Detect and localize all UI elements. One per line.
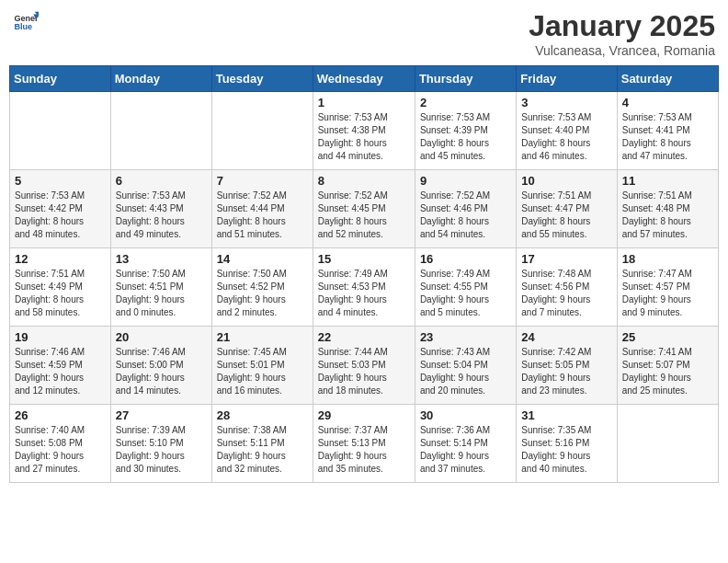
- day-number: 9: [420, 174, 511, 188]
- table-cell: 18Sunrise: 7:47 AM Sunset: 4:57 PM Dayli…: [617, 248, 718, 327]
- day-number: 8: [318, 174, 410, 188]
- table-cell: 31Sunrise: 7:35 AM Sunset: 5:16 PM Dayli…: [517, 405, 617, 483]
- table-cell: 9Sunrise: 7:52 AM Sunset: 4:46 PM Daylig…: [415, 170, 516, 248]
- day-info: Sunrise: 7:35 AM Sunset: 5:16 PM Dayligh…: [521, 424, 611, 476]
- day-number: 26: [15, 408, 106, 422]
- day-number: 11: [622, 174, 713, 188]
- day-number: 27: [116, 408, 207, 422]
- day-info: Sunrise: 7:49 AM Sunset: 4:53 PM Dayligh…: [318, 268, 410, 319]
- week-row-1: 1Sunrise: 7:53 AM Sunset: 4:38 PM Daylig…: [10, 92, 719, 170]
- day-info: Sunrise: 7:50 AM Sunset: 4:52 PM Dayligh…: [217, 268, 308, 319]
- table-cell: 19Sunrise: 7:46 AM Sunset: 4:59 PM Dayli…: [10, 327, 111, 405]
- svg-text:Blue: Blue: [14, 22, 32, 31]
- day-info: Sunrise: 7:48 AM Sunset: 4:56 PM Dayligh…: [521, 268, 611, 319]
- header-tuesday: Tuesday: [211, 66, 313, 92]
- table-cell: 30Sunrise: 7:36 AM Sunset: 5:14 PM Dayli…: [415, 405, 516, 483]
- day-number: 29: [318, 408, 410, 422]
- table-cell: 1Sunrise: 7:53 AM Sunset: 4:38 PM Daylig…: [313, 92, 415, 170]
- day-info: Sunrise: 7:40 AM Sunset: 5:08 PM Dayligh…: [15, 424, 106, 476]
- page-header: General Blue January 2025 Vulcaneasa, Vr…: [9, 9, 719, 58]
- week-row-2: 5Sunrise: 7:53 AM Sunset: 4:42 PM Daylig…: [10, 170, 719, 248]
- table-cell: 12Sunrise: 7:51 AM Sunset: 4:49 PM Dayli…: [10, 248, 111, 327]
- week-row-5: 26Sunrise: 7:40 AM Sunset: 5:08 PM Dayli…: [10, 405, 719, 483]
- day-info: Sunrise: 7:51 AM Sunset: 4:48 PM Dayligh…: [622, 190, 713, 241]
- day-number: 15: [318, 252, 410, 266]
- day-info: Sunrise: 7:52 AM Sunset: 4:45 PM Dayligh…: [318, 190, 410, 241]
- day-number: 12: [15, 252, 106, 266]
- table-cell: 22Sunrise: 7:44 AM Sunset: 5:03 PM Dayli…: [313, 327, 415, 405]
- day-number: 10: [521, 174, 611, 188]
- day-info: Sunrise: 7:43 AM Sunset: 5:04 PM Dayligh…: [420, 346, 511, 397]
- day-info: Sunrise: 7:46 AM Sunset: 5:00 PM Dayligh…: [116, 346, 207, 397]
- day-number: 5: [15, 174, 106, 188]
- table-cell: 6Sunrise: 7:53 AM Sunset: 4:43 PM Daylig…: [110, 170, 211, 248]
- table-cell: 2Sunrise: 7:53 AM Sunset: 4:39 PM Daylig…: [415, 92, 516, 170]
- day-info: Sunrise: 7:53 AM Sunset: 4:43 PM Dayligh…: [116, 190, 207, 241]
- day-number: 21: [217, 330, 308, 344]
- week-row-3: 12Sunrise: 7:51 AM Sunset: 4:49 PM Dayli…: [10, 248, 719, 327]
- day-info: Sunrise: 7:53 AM Sunset: 4:39 PM Dayligh…: [420, 111, 511, 163]
- weekday-header-row: Sunday Monday Tuesday Wednesday Thursday…: [10, 66, 719, 92]
- day-number: 22: [318, 330, 410, 344]
- day-number: 13: [116, 252, 207, 266]
- day-number: 3: [521, 96, 611, 109]
- table-cell: 13Sunrise: 7:50 AM Sunset: 4:51 PM Dayli…: [110, 248, 211, 327]
- title-section: January 2025 Vulcaneasa, Vrancea, Romani…: [529, 9, 715, 58]
- day-info: Sunrise: 7:53 AM Sunset: 4:40 PM Dayligh…: [521, 111, 611, 163]
- table-cell: 3Sunrise: 7:53 AM Sunset: 4:40 PM Daylig…: [517, 92, 617, 170]
- week-row-4: 19Sunrise: 7:46 AM Sunset: 4:59 PM Dayli…: [10, 327, 719, 405]
- table-cell: [110, 92, 211, 170]
- day-number: 6: [116, 174, 207, 188]
- day-number: 14: [217, 252, 308, 266]
- day-info: Sunrise: 7:53 AM Sunset: 4:38 PM Dayligh…: [318, 111, 410, 163]
- day-number: 17: [521, 252, 611, 266]
- table-cell: 27Sunrise: 7:39 AM Sunset: 5:10 PM Dayli…: [110, 405, 211, 483]
- header-saturday: Saturday: [617, 66, 718, 92]
- table-cell: 5Sunrise: 7:53 AM Sunset: 4:42 PM Daylig…: [10, 170, 111, 248]
- table-cell: 20Sunrise: 7:46 AM Sunset: 5:00 PM Dayli…: [110, 327, 211, 405]
- header-friday: Friday: [517, 66, 617, 92]
- day-number: 16: [420, 252, 511, 266]
- day-info: Sunrise: 7:44 AM Sunset: 5:03 PM Dayligh…: [318, 346, 410, 397]
- day-info: Sunrise: 7:42 AM Sunset: 5:05 PM Dayligh…: [521, 346, 611, 397]
- table-cell: 16Sunrise: 7:49 AM Sunset: 4:55 PM Dayli…: [415, 248, 516, 327]
- day-info: Sunrise: 7:53 AM Sunset: 4:42 PM Dayligh…: [15, 190, 106, 241]
- day-number: 20: [116, 330, 207, 344]
- day-info: Sunrise: 7:46 AM Sunset: 4:59 PM Dayligh…: [15, 346, 106, 397]
- calendar-title: January 2025: [529, 9, 715, 43]
- day-number: 23: [420, 330, 511, 344]
- day-info: Sunrise: 7:51 AM Sunset: 4:47 PM Dayligh…: [521, 190, 611, 241]
- table-cell: 29Sunrise: 7:37 AM Sunset: 5:13 PM Dayli…: [313, 405, 415, 483]
- table-cell: 25Sunrise: 7:41 AM Sunset: 5:07 PM Dayli…: [617, 327, 718, 405]
- header-sunday: Sunday: [10, 66, 111, 92]
- day-info: Sunrise: 7:41 AM Sunset: 5:07 PM Dayligh…: [622, 346, 713, 397]
- table-cell: [211, 92, 313, 170]
- table-cell: 17Sunrise: 7:48 AM Sunset: 4:56 PM Dayli…: [517, 248, 617, 327]
- day-number: 19: [15, 330, 106, 344]
- table-cell: [10, 92, 111, 170]
- table-cell: 21Sunrise: 7:45 AM Sunset: 5:01 PM Dayli…: [211, 327, 313, 405]
- day-number: 7: [217, 174, 308, 188]
- day-info: Sunrise: 7:36 AM Sunset: 5:14 PM Dayligh…: [420, 424, 511, 476]
- day-number: 30: [420, 408, 511, 422]
- table-cell: 8Sunrise: 7:52 AM Sunset: 4:45 PM Daylig…: [313, 170, 415, 248]
- table-cell: 28Sunrise: 7:38 AM Sunset: 5:11 PM Dayli…: [211, 405, 313, 483]
- table-cell: 4Sunrise: 7:53 AM Sunset: 4:41 PM Daylig…: [617, 92, 718, 170]
- calendar-subtitle: Vulcaneasa, Vrancea, Romania: [529, 43, 715, 58]
- header-wednesday: Wednesday: [313, 66, 415, 92]
- calendar-table: Sunday Monday Tuesday Wednesday Thursday…: [9, 65, 719, 483]
- day-number: 28: [217, 408, 308, 422]
- day-info: Sunrise: 7:52 AM Sunset: 4:46 PM Dayligh…: [420, 190, 511, 241]
- table-cell: 11Sunrise: 7:51 AM Sunset: 4:48 PM Dayli…: [617, 170, 718, 248]
- day-number: 25: [622, 330, 713, 344]
- day-number: 31: [521, 408, 611, 422]
- header-monday: Monday: [110, 66, 211, 92]
- table-cell: 23Sunrise: 7:43 AM Sunset: 5:04 PM Dayli…: [415, 327, 516, 405]
- day-info: Sunrise: 7:39 AM Sunset: 5:10 PM Dayligh…: [116, 424, 207, 476]
- table-cell: 15Sunrise: 7:49 AM Sunset: 4:53 PM Dayli…: [313, 248, 415, 327]
- logo: General Blue: [13, 9, 39, 35]
- day-info: Sunrise: 7:53 AM Sunset: 4:41 PM Dayligh…: [622, 111, 713, 163]
- day-number: 2: [420, 96, 511, 109]
- day-info: Sunrise: 7:37 AM Sunset: 5:13 PM Dayligh…: [318, 424, 410, 476]
- day-number: 18: [622, 252, 713, 266]
